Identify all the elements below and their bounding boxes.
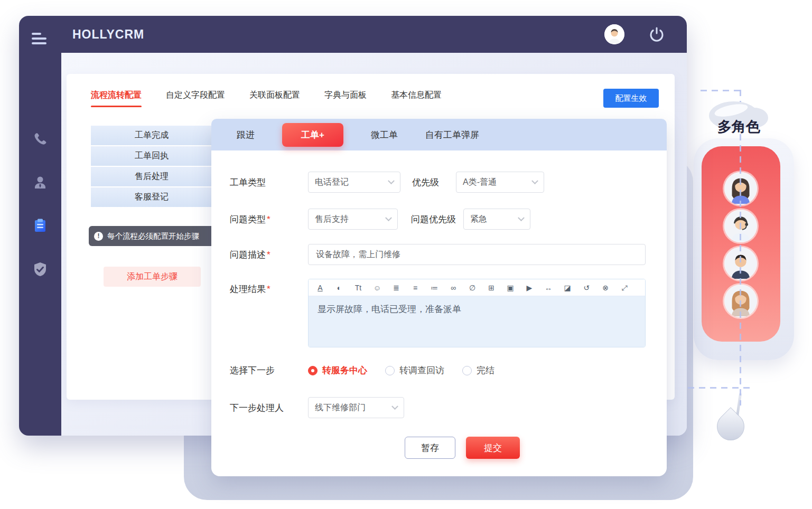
result-label: 处理结果* bbox=[230, 279, 308, 295]
required-star: * bbox=[267, 214, 270, 224]
work-order-modal: 跟进工单+微工单自有工单弹屏 工单类型 电话登记 优先级 A类-普通 问题类型*… bbox=[211, 119, 667, 476]
next-step-radio-2[interactable]: 转调查回访 bbox=[385, 364, 444, 376]
issue-type-row: 问题类型* 售后支持 问题优先级 紧急 bbox=[230, 209, 646, 230]
modal-tab-2[interactable]: 工单+ bbox=[282, 123, 343, 147]
config-tabs: 流程流转配置自定义字段配置关联面板配置字典与面板基本信息配置 bbox=[91, 90, 442, 107]
submit-button[interactable]: 提交 bbox=[466, 437, 520, 459]
image-icon[interactable]: ▣ bbox=[501, 279, 520, 296]
next-step-options: 转服务中心转调查回访完结 bbox=[308, 364, 512, 376]
radio-icon bbox=[385, 366, 395, 375]
screen: 多角色 HOLLYCRM bbox=[0, 0, 812, 509]
warning-text: 每个流程必须配置开始步骤 bbox=[107, 231, 199, 241]
priority-value: A类-普通 bbox=[463, 177, 497, 188]
next-step-radio-1[interactable]: 转服务中心 bbox=[308, 364, 367, 376]
sidebar bbox=[19, 53, 61, 436]
link-remove-icon[interactable]: ∅ bbox=[463, 279, 482, 296]
issue-type-label: 问题类型* bbox=[230, 213, 308, 225]
issue-desc-label: 问题描述* bbox=[230, 249, 308, 261]
config-tab-1[interactable]: 流程流转配置 bbox=[91, 90, 142, 107]
delete-icon[interactable]: ⊗ bbox=[596, 279, 615, 296]
drop-decoration bbox=[711, 407, 750, 446]
required-star: * bbox=[267, 284, 270, 294]
person-icon[interactable] bbox=[32, 174, 49, 191]
config-tab-5[interactable]: 基本信息配置 bbox=[391, 90, 442, 107]
rich-text-editor: A◐Tt☺≣≡≔∞∅⊞▣▶↔◪↺⊗⤢ 显示屏故障，电话已受理，准备派单 bbox=[308, 279, 646, 347]
power-icon[interactable] bbox=[648, 25, 666, 43]
next-step-label: 选择下一步 bbox=[230, 364, 308, 376]
menu-icon[interactable] bbox=[32, 33, 46, 44]
dashed-guide-horizontal-top bbox=[701, 90, 741, 91]
modal-tab-1[interactable]: 跟进 bbox=[237, 129, 255, 141]
chevron-down-icon bbox=[518, 214, 525, 221]
priority-select[interactable]: A类-普通 bbox=[456, 172, 544, 193]
fullscreen-icon[interactable]: ⤢ bbox=[615, 279, 634, 296]
issue-desc-input[interactable] bbox=[308, 244, 646, 265]
workflow-step-item-4[interactable]: 客服登记 bbox=[91, 187, 212, 207]
modal-tab-3[interactable]: 微工单 bbox=[371, 129, 398, 141]
next-handler-row: 下一步处理人 线下维修部门 bbox=[230, 397, 646, 418]
video-icon[interactable]: ▶ bbox=[520, 279, 539, 296]
emoji-icon[interactable]: ☺ bbox=[368, 279, 387, 296]
workflow-step-item-2[interactable]: 工单回执 bbox=[91, 146, 212, 166]
save-draft-button[interactable]: 暂存 bbox=[405, 437, 455, 459]
font-size-icon[interactable]: Tt bbox=[349, 279, 368, 296]
editor-toolbar: A◐Tt☺≣≡≔∞∅⊞▣▶↔◪↺⊗⤢ bbox=[309, 279, 645, 296]
next-handler-select[interactable]: 线下维修部门 bbox=[308, 397, 404, 418]
chevron-down-icon bbox=[385, 214, 392, 221]
required-star: * bbox=[267, 250, 270, 260]
radio-icon bbox=[308, 366, 318, 375]
modal-tab-4[interactable]: 自有工单弹屏 bbox=[425, 129, 479, 141]
radio-icon bbox=[462, 366, 472, 375]
priority-label: 优先级 bbox=[412, 176, 439, 188]
chevron-down-icon bbox=[391, 403, 398, 410]
order-type-label: 工单类型 bbox=[230, 176, 308, 188]
apply-config-button[interactable]: 配置生效 bbox=[603, 89, 659, 108]
order-type-value: 电话登记 bbox=[315, 177, 349, 188]
bullet-list-icon[interactable]: ≔ bbox=[425, 279, 444, 296]
issue-type-value: 售后支持 bbox=[315, 214, 349, 225]
editor-body[interactable]: 显示屏故障，电话已受理，准备派单 bbox=[309, 296, 645, 347]
chevron-down-icon bbox=[388, 177, 395, 184]
config-tab-4[interactable]: 字典与面板 bbox=[324, 90, 367, 107]
table-icon[interactable]: ⊞ bbox=[482, 279, 501, 296]
issue-desc-row: 问题描述* bbox=[230, 244, 646, 265]
issue-priority-select[interactable]: 紧急 bbox=[463, 209, 530, 230]
shield-check-icon[interactable] bbox=[32, 261, 49, 278]
modal-tabs: 跟进工单+微工单自有工单弹屏 bbox=[211, 119, 667, 150]
workflow-step-list: 工单完成工单回执售后处理客服登记 bbox=[91, 126, 212, 208]
config-tab-2[interactable]: 自定义字段配置 bbox=[166, 90, 225, 107]
next-handler-label: 下一步处理人 bbox=[230, 402, 308, 414]
link-add-icon[interactable]: ∞ bbox=[444, 279, 463, 296]
user-avatar[interactable] bbox=[604, 24, 624, 44]
modal-buttons: 暂存 提交 bbox=[405, 437, 520, 459]
next-step-radio-3[interactable]: 完结 bbox=[462, 364, 494, 376]
undo-icon[interactable]: ↺ bbox=[577, 279, 596, 296]
next-handler-value: 线下维修部门 bbox=[315, 402, 366, 413]
chevron-down-icon bbox=[531, 177, 538, 184]
brand-logo: HOLLYCRM bbox=[72, 27, 144, 42]
order-type-row: 工单类型 电话登记 优先级 A类-普通 bbox=[230, 172, 646, 193]
result-row: 处理结果* A◐Tt☺≣≡≔∞∅⊞▣▶↔◪↺⊗⤢ 显示屏故障，电话已受理，准备派… bbox=[230, 279, 646, 347]
issue-type-select[interactable]: 售后支持 bbox=[308, 209, 398, 230]
clipboard-icon[interactable] bbox=[32, 217, 49, 234]
horizontal-rule-icon[interactable]: ↔ bbox=[539, 279, 558, 296]
dashed-guide-vertical bbox=[740, 90, 741, 406]
next-step-row: 选择下一步 转服务中心转调查回访完结 bbox=[230, 364, 646, 376]
text-format-icon[interactable]: A bbox=[311, 279, 330, 296]
add-step-button[interactable]: 添加工单步骤 bbox=[104, 267, 201, 287]
workflow-step-item-1[interactable]: 工单完成 bbox=[91, 126, 212, 145]
issue-priority-value: 紧急 bbox=[470, 214, 487, 225]
radio-label: 完结 bbox=[477, 364, 494, 376]
radio-label: 转调查回访 bbox=[399, 364, 444, 376]
color-palette-icon[interactable]: ◐ bbox=[330, 279, 349, 296]
dashed-guide-horizontal-bottom bbox=[688, 387, 750, 389]
order-type-select[interactable]: 电话登记 bbox=[308, 172, 400, 193]
eraser-icon[interactable]: ◪ bbox=[558, 279, 577, 296]
issue-priority-label: 问题优先级 bbox=[411, 213, 456, 225]
align-left-icon[interactable]: ≡ bbox=[406, 279, 425, 296]
phone-icon[interactable] bbox=[32, 131, 49, 148]
config-tab-3[interactable]: 关联面板配置 bbox=[249, 90, 300, 107]
multi-role-title: 多角色 bbox=[717, 117, 760, 136]
workflow-step-item-3[interactable]: 售后处理 bbox=[91, 167, 212, 186]
indent-icon[interactable]: ≣ bbox=[387, 279, 406, 296]
